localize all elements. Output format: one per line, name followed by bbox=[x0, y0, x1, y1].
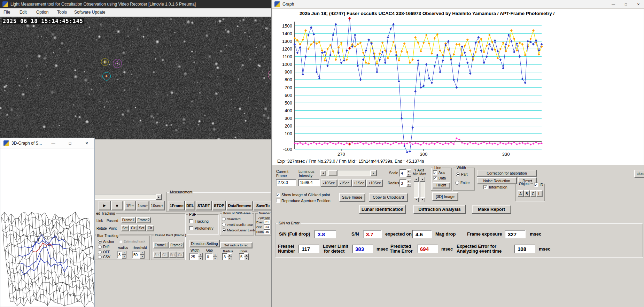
scale-value[interactable]: 4 bbox=[399, 169, 406, 177]
hilight-button[interactable]: Hilight bbox=[433, 182, 450, 188]
measure-1frame-button[interactable]: 1Frame bbox=[169, 201, 185, 210]
menu-tools[interactable]: Tools bbox=[57, 10, 67, 15]
spin-down-icon[interactable]: ▼ bbox=[122, 255, 126, 259]
current-frame-value[interactable]: 273.0 bbox=[276, 179, 296, 186]
width-value[interactable]: 25 bbox=[189, 253, 198, 260]
reproduce-checkbox[interactable]: Reproduce Aperture Position bbox=[276, 199, 331, 203]
gap-spinner[interactable]: 0 ▲▼ bbox=[205, 253, 217, 260]
down-arrow-icon[interactable]: ▼ bbox=[414, 198, 419, 202]
scale-spinner[interactable]: 4 ▲▼ bbox=[399, 169, 411, 177]
spin-down-icon[interactable]: ▼ bbox=[244, 257, 249, 260]
graph-scrollbar-thumb[interactable] bbox=[328, 170, 337, 176]
graph-scroll-left-button[interactable]: ◄ bbox=[320, 170, 326, 176]
bkg-standard-radio[interactable]: Standard bbox=[222, 217, 241, 221]
diffraction-analysis-button[interactable]: Diffraction Analysis bbox=[413, 205, 466, 214]
noise-reduction-button[interactable]: Noise Reduction bbox=[477, 177, 517, 184]
copy-clipboard-button[interactable]: Copy to ClipBoard bbox=[369, 193, 408, 201]
pp-set2-button[interactable]: Set bbox=[169, 252, 176, 258]
rotate-clr2-button[interactable]: Clr bbox=[146, 225, 154, 231]
psf-tracking-checkbox[interactable]: Tracking bbox=[189, 219, 209, 223]
drift-radio[interactable]: Drift bbox=[98, 245, 109, 249]
y-axis-max-scrollbar[interactable]: ▲▼ bbox=[420, 177, 425, 202]
spin-up-icon[interactable]: ▲ bbox=[198, 253, 203, 257]
rotate-set2-button[interactable]: Set bbox=[138, 225, 146, 231]
bkg-avoid-radio[interactable]: Avoid Sunlit Face bbox=[222, 223, 253, 227]
entire-radio[interactable]: Entire bbox=[455, 181, 470, 185]
correction-absorption-button[interactable]: Correction for absorption bbox=[477, 170, 537, 176]
close-icon[interactable]: ✕ bbox=[633, 0, 644, 8]
object-a-button[interactable]: A bbox=[518, 190, 523, 197]
graph-titlebar[interactable]: Graph — □ ✕ bbox=[272, 0, 644, 8]
csv-radio[interactable]: CSV bbox=[98, 255, 110, 259]
luminous-value[interactable]: 1598.4 bbox=[298, 179, 320, 186]
lunar-identification-button[interactable]: Lunar Identification bbox=[359, 205, 406, 214]
graph3d-titlebar[interactable]: 3D-Graph of S... — □ ✕ bbox=[0, 138, 94, 148]
tracking-radius-value[interactable]: 3 bbox=[117, 251, 122, 259]
information-checkbox[interactable]: ✓Information bbox=[483, 185, 507, 189]
back-1sec-button[interactable]: -1Sec bbox=[338, 179, 351, 186]
spin-up-icon[interactable]: ▲ bbox=[122, 251, 126, 255]
scroll-track[interactable] bbox=[414, 182, 419, 198]
graph-radius-value[interactable]: 3 bbox=[399, 179, 406, 187]
graph-close-button[interactable]: close bbox=[634, 170, 644, 177]
scroll-track[interactable] bbox=[420, 182, 425, 198]
minimize-icon[interactable]: — bbox=[46, 139, 61, 147]
tracking-radius-spinner[interactable]: 3 ▲▼ bbox=[117, 251, 126, 259]
rotate-set1-button[interactable]: Set bbox=[121, 225, 129, 231]
measure-dataremove-button[interactable]: DataRemove bbox=[226, 201, 253, 210]
measure-del-button[interactable]: DEL bbox=[185, 201, 195, 210]
odd-value[interactable]: 24 bbox=[264, 224, 270, 229]
show-image-checkbox[interactable]: ✓Show Image of Clicked point bbox=[276, 193, 330, 197]
link-frame1-button[interactable]: Frame1 bbox=[121, 217, 135, 223]
threshold-value[interactable]: 50 bbox=[132, 251, 140, 259]
rec-inner-spinner[interactable]: 5 ▲▼ bbox=[239, 253, 249, 260]
width-spinner[interactable]: 25 ▲▼ bbox=[189, 253, 203, 260]
object-b-button[interactable]: B bbox=[524, 190, 530, 197]
even-value[interactable]: 21 bbox=[264, 220, 270, 224]
object-c-button[interactable]: C bbox=[530, 190, 536, 197]
spin-up-icon[interactable]: ▲ bbox=[406, 179, 411, 183]
menu-edit[interactable]: Edit bbox=[20, 10, 27, 15]
spin-up-icon[interactable]: ▲ bbox=[406, 169, 411, 173]
menu-file[interactable]: File bbox=[3, 10, 10, 15]
maximize-icon[interactable]: □ bbox=[621, 0, 631, 8]
menu-software-update[interactable]: Software Update bbox=[74, 10, 105, 15]
frame-value[interactable]: 45 bbox=[264, 229, 270, 234]
graph-scroll-right-button[interactable]: ► bbox=[371, 170, 377, 176]
video-area[interactable]: 2025 06 18 15:14:45:145 bbox=[0, 17, 271, 139]
fwd-1sec-button[interactable]: +1Sec bbox=[352, 179, 366, 186]
make-report-button[interactable]: Make Report bbox=[472, 205, 511, 214]
video-scrollbar-track[interactable] bbox=[91, 194, 156, 200]
part-radio[interactable]: Part bbox=[456, 172, 467, 176]
down-arrow-icon[interactable]: ▼ bbox=[420, 198, 425, 202]
rec-radius-value[interactable]: 3 bbox=[222, 253, 227, 260]
axis-checkbox[interactable]: ✓Axis bbox=[433, 170, 445, 175]
set-radius-button[interactable]: Set radius to rec bbox=[220, 242, 252, 248]
forward-10sec-button[interactable]: 10sec+ bbox=[150, 201, 164, 210]
data-checkbox[interactable]: ✓Data bbox=[433, 176, 446, 180]
graph-radius-spinner[interactable]: 3 ▲▼ bbox=[399, 179, 411, 187]
spin-down-icon[interactable]: ▼ bbox=[406, 183, 411, 187]
y-axis-min-scrollbar[interactable]: ▲▼ bbox=[414, 177, 419, 202]
id-checkbox[interactable]: ✓ID bbox=[533, 183, 544, 187]
pp-clr1-button[interactable]: Clr bbox=[161, 252, 168, 258]
direction-setting-button[interactable]: Direction Setting bbox=[189, 240, 219, 247]
spin-down-icon[interactable]: ▼ bbox=[198, 257, 203, 261]
play-button[interactable]: ▶ bbox=[99, 201, 110, 210]
spin-down-icon[interactable]: ▼ bbox=[213, 257, 217, 261]
anchor-radio[interactable]: Anchor bbox=[98, 240, 114, 244]
spin-up-icon[interactable]: ▲ bbox=[227, 253, 232, 257]
measure-stop-button[interactable]: STOP bbox=[212, 201, 226, 210]
passed-point-frame2-button[interactable]: Frame2 bbox=[169, 242, 184, 248]
link-frame2-button[interactable]: Frame2 bbox=[136, 217, 151, 223]
spin-down-icon[interactable]: ▼ bbox=[140, 255, 145, 259]
object-l-button[interactable]: L bbox=[536, 190, 542, 197]
rec-inner-value[interactable]: 5 bbox=[239, 253, 244, 260]
pp-clr2-button[interactable]: Clr bbox=[177, 252, 184, 258]
psf-photometry-checkbox[interactable]: Photometry bbox=[189, 226, 214, 230]
forward-1sec-button[interactable]: 1sec+ bbox=[137, 201, 149, 210]
save-image-button[interactable]: Save Image bbox=[339, 193, 365, 201]
image-3d-button[interactable]: [3D] Image bbox=[432, 192, 458, 201]
close-icon[interactable]: ✕ bbox=[79, 139, 94, 147]
maximize-icon[interactable]: □ bbox=[62, 139, 78, 147]
